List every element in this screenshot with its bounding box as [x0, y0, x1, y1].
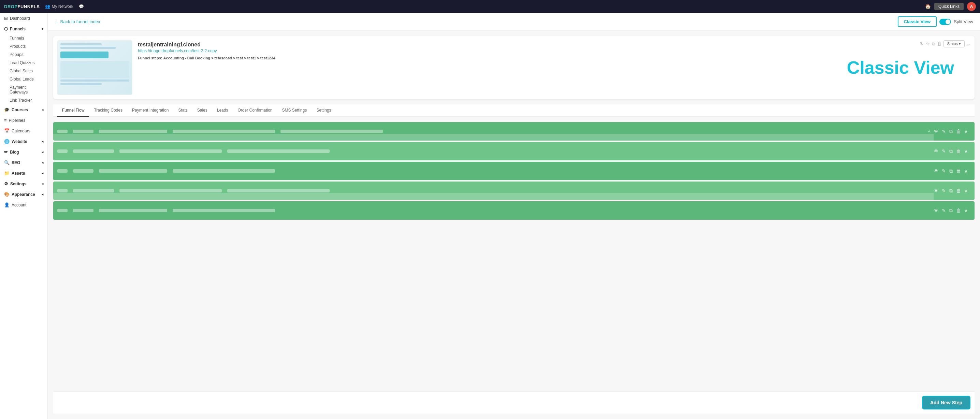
edit-icon[interactable]: ✎ [942, 168, 946, 174]
collapse-icon[interactable]: ∧ [964, 148, 968, 154]
fork-icon[interactable]: ⑂ [928, 129, 930, 134]
delete-icon[interactable]: 🗑 [956, 168, 961, 174]
step-actions: 👁✎⧉🗑∧ [934, 208, 970, 213]
step-blur-block [99, 209, 167, 212]
tab-settings[interactable]: Settings [312, 104, 336, 117]
funnels-icon: ⬡ [4, 26, 8, 31]
funnel-info: testaljentraining1cloned https://triage.… [138, 40, 970, 95]
tab-leads[interactable]: Leads [212, 104, 233, 117]
step-row-inner: 👁✎⧉🗑∧ [53, 205, 975, 216]
home-icon[interactable]: 🏠 [925, 4, 931, 9]
preview-bar-1 [60, 43, 102, 45]
step-actions: 👁✎⧉🗑∧ [934, 188, 970, 194]
collapse-icon[interactable]: ∧ [964, 208, 968, 213]
sidebar-item-pipelines[interactable]: ≡ Pipelines [0, 115, 48, 126]
tab-sales[interactable]: Sales [192, 104, 212, 117]
copy-icon[interactable]: ⧉ [949, 188, 953, 194]
quick-links-button[interactable]: Quick Links [934, 3, 964, 10]
edit-icon[interactable]: ✎ [942, 148, 946, 154]
sidebar-item-funnels[interactable]: Funnels [7, 34, 48, 42]
view-icon[interactable]: 👁 [934, 148, 939, 154]
tab-stats[interactable]: Stats [173, 104, 192, 117]
sidebar-item-dashboard[interactable]: ⊞ Dashboard [0, 13, 48, 24]
tab-payment-integration[interactable]: Payment Integration [127, 104, 173, 117]
sidebar-section-appearance[interactable]: 🎨 Appearance ◂ [0, 189, 48, 199]
preview-cta-box [60, 51, 108, 58]
sidebar-section-website[interactable]: 🌐 Website ◂ [0, 136, 48, 147]
settings-icon: ⚙ [4, 181, 8, 186]
tab-funnel-flow[interactable]: Funnel Flow [57, 104, 89, 117]
copy-icon[interactable]: ⧉ [932, 41, 935, 47]
sidebar-item-calendars[interactable]: 📅 Calendars [0, 126, 48, 136]
brand-logo: DROPFUNNELS [4, 4, 40, 9]
website-chevron: ◂ [41, 140, 43, 143]
sidebar-item-link-tracker[interactable]: Link Tracker [7, 96, 48, 104]
funnel-url[interactable]: https://triage.dropfunnels.com/test-2-2-… [138, 48, 970, 53]
edit-icon[interactable]: ✎ [942, 208, 946, 213]
messages-icon[interactable]: 💬 [79, 4, 84, 9]
tab-sms-settings[interactable]: SMS Settings [277, 104, 312, 117]
preview-content [58, 41, 132, 94]
delete-icon[interactable]: 🗑 [937, 41, 942, 46]
sidebar-item-products[interactable]: Products [7, 42, 48, 51]
step-blur-block [57, 150, 68, 153]
collapse-icon[interactable]: ∧ [964, 168, 968, 174]
sidebar-item-lead-quizzes[interactable]: Lead Quizzes [7, 59, 48, 67]
sidebar-section-blog[interactable]: ✏ Blog ◂ [0, 147, 48, 157]
step-actions: ⑂👁✎⧉🗑∧ [928, 129, 970, 134]
sidebar-item-global-sales[interactable]: Global Sales [7, 67, 48, 75]
my-network-link[interactable]: 👥 My Network [45, 4, 73, 9]
edit-icon[interactable]: ✎ [942, 188, 946, 193]
copy-icon[interactable]: ⧉ [949, 148, 953, 154]
delete-icon[interactable]: 🗑 [956, 129, 961, 134]
delete-icon[interactable]: 🗑 [956, 148, 961, 154]
step-blurred-content [57, 169, 929, 173]
view-icon[interactable]: 👁 [934, 168, 939, 174]
sidebar-section-funnels[interactable]: ⬡ Funnels ▾ [0, 24, 48, 34]
sidebar-item-popups[interactable]: Popups [7, 51, 48, 59]
step-blur-block [99, 169, 167, 173]
copy-icon[interactable]: ⧉ [949, 168, 953, 174]
status-button[interactable]: Status ▾ [943, 40, 965, 48]
step-blur-block [73, 130, 94, 133]
back-to-funnel-link[interactable]: ← Back to funnel index [55, 19, 100, 24]
settings-chevron: ◂ [41, 182, 43, 186]
star-icon[interactable]: ☆ [926, 41, 930, 46]
avatar[interactable]: A [967, 2, 976, 11]
copy-icon[interactable]: ⧉ [949, 129, 953, 134]
step-blur-block [57, 209, 68, 212]
edit-icon[interactable]: ✎ [942, 129, 946, 134]
refresh-icon[interactable]: ↻ [920, 41, 924, 46]
copy-icon[interactable]: ⧉ [949, 208, 953, 213]
delete-icon[interactable]: 🗑 [956, 188, 961, 193]
top-nav-right: 🏠 Quick Links A [925, 2, 976, 11]
view-toggle-switch[interactable] [939, 19, 951, 25]
sidebar-item-payment-gateways[interactable]: Payment Gateways [7, 83, 48, 96]
collapse-icon[interactable]: ∧ [964, 129, 968, 134]
tabs-bar: Funnel FlowTracking CodesPayment Integra… [53, 104, 975, 117]
sidebar-section-settings[interactable]: ⚙ Settings ◂ [0, 178, 48, 189]
step-blur-block [173, 169, 275, 173]
sidebar-item-global-leads[interactable]: Global Leads [7, 75, 48, 83]
step-blur-block [173, 209, 275, 212]
split-view-button[interactable]: Split View [954, 19, 973, 24]
tab-tracking-codes[interactable]: Tracking Codes [89, 104, 127, 117]
sidebar-section-courses[interactable]: 🎓 Courses ◂ [0, 104, 48, 115]
delete-icon[interactable]: 🗑 [956, 208, 961, 213]
assets-chevron: ◂ [41, 171, 43, 175]
funnels-submenu: Funnels Products Popups Lead Quizzes Glo… [0, 34, 48, 104]
sidebar-section-assets[interactable]: 📁 Assets ◂ [0, 168, 48, 178]
sidebar-item-account[interactable]: 👤 Account [0, 199, 48, 210]
appearance-chevron: ◂ [41, 193, 43, 196]
sidebar-section-seo[interactable]: 🔍 SEO ◂ [0, 157, 48, 168]
appearance-icon: 🎨 [4, 192, 10, 197]
view-icon[interactable]: 👁 [934, 208, 939, 213]
view-icon[interactable]: 👁 [934, 129, 939, 134]
collapse-icon[interactable]: ∧ [964, 188, 968, 193]
add-new-step-button[interactable]: Add New Step [922, 396, 970, 409]
step-actions: 👁✎⧉🗑∧ [934, 148, 970, 154]
classic-view-button[interactable]: Classic View [898, 16, 937, 27]
view-icon[interactable]: 👁 [934, 188, 939, 193]
tab-order-confirmation[interactable]: Order Confirmation [233, 104, 277, 117]
expand-chevron[interactable]: ⌄ [967, 41, 970, 46]
